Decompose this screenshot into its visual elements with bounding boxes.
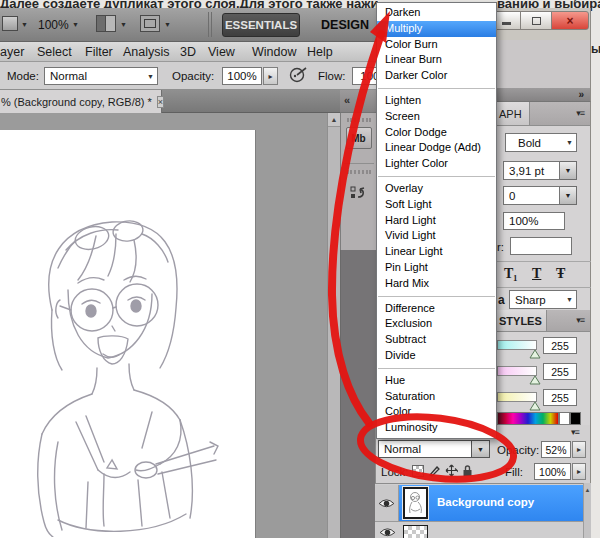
blue-value-input[interactable]: 255 (543, 389, 577, 406)
menu-item-exclusion[interactable]: Exclusion (377, 316, 496, 332)
green-slider-handle[interactable] (529, 375, 541, 385)
menu-item-pin-light[interactable]: Pin Light (377, 260, 496, 276)
strikethrough-button[interactable]: Ŧ (556, 266, 565, 282)
menu-item-overlay[interactable]: Overlay (377, 181, 496, 197)
screen-mode-arrow-icon[interactable]: ▼ (164, 21, 171, 28)
fill-spinner[interactable]: ▸ (572, 463, 586, 480)
dock-collapse-header[interactable]: « (340, 90, 376, 113)
tracking-input[interactable]: 0 (503, 186, 560, 205)
screen-mode-icon[interactable] (140, 15, 160, 32)
tracking-arrow-icon[interactable]: ▼ (560, 186, 577, 205)
menu-help[interactable]: Help (307, 45, 333, 59)
red-value-input[interactable]: 255 (543, 337, 577, 354)
green-value-input[interactable]: 255 (543, 363, 577, 380)
anti-alias-label: a (498, 293, 505, 307)
layers-panel-menu-icon[interactable]: ▾≡ (571, 427, 579, 437)
layers-opacity-spinner[interactable]: ▸ (572, 441, 586, 458)
panel-menu-icon[interactable]: ▾≡ (576, 315, 584, 325)
font-style-select[interactable]: Bold ▼ (505, 133, 577, 152)
layer-blend-mode-arrow-icon[interactable]: ▼ (472, 440, 490, 458)
menu-item-hard-light[interactable]: Hard Light (377, 213, 496, 229)
menu-window[interactable]: Window (252, 45, 296, 59)
airbrush-icon[interactable] (287, 64, 309, 86)
arrange-documents-arrow-icon[interactable]: ▼ (120, 21, 127, 28)
menu-item-difference[interactable]: Difference (377, 301, 496, 317)
menu-view[interactable]: View (208, 45, 235, 59)
underline-button[interactable]: T (532, 266, 541, 282)
menu-item-linear-dodge[interactable]: Linear Dodge (Add) (377, 140, 496, 156)
zoom-level-value[interactable]: 100% (38, 18, 69, 32)
panel-menu-icon[interactable]: ▾≡ (576, 108, 584, 118)
clone-source-panel-icon[interactable] (346, 180, 372, 206)
menu-analysis[interactable]: Analysis (123, 45, 170, 59)
arrange-documents-icon[interactable] (96, 15, 116, 32)
document-tab-close-icon[interactable]: × (157, 96, 164, 108)
vertical-scale-input[interactable]: 100% (503, 212, 565, 230)
fill-input[interactable]: 100% (534, 463, 571, 480)
view-extras-icon[interactable] (2, 16, 18, 31)
workspace-essentials-button[interactable]: ESSENTIALS (222, 13, 300, 37)
red-slider-handle[interactable] (529, 349, 541, 359)
color-spectrum-ramp[interactable] (497, 412, 559, 425)
menu-item-luminosity[interactable]: Luminosity (377, 420, 496, 436)
mini-bridge-panel-icon[interactable]: Mb (346, 127, 372, 149)
menu-item-linear-burn[interactable]: Linear Burn (377, 52, 496, 68)
opacity-input[interactable]: 100% (222, 67, 262, 85)
layers-opacity-input[interactable]: 52% (541, 441, 571, 458)
layer2-thumbnail[interactable] (403, 525, 428, 538)
font-size-input[interactable]: 3,91 pt (503, 161, 560, 180)
menu-item-saturation[interactable]: Saturation (377, 389, 496, 405)
scroll-up-icon[interactable]: ▲ (328, 113, 340, 127)
blue-slider-handle[interactable] (529, 401, 541, 411)
font-size-arrow-icon[interactable]: ▼ (560, 161, 577, 180)
superscript-button[interactable]: T₁ (504, 266, 518, 282)
menu-item-darken[interactable]: Darken (377, 5, 496, 21)
menu-item-hue[interactable]: Hue (377, 373, 496, 389)
opacity-spinner[interactable]: ▸ (263, 67, 278, 85)
menu-item-subtract[interactable]: Subtract (377, 332, 496, 348)
mode-select[interactable]: Normal ▼ (44, 67, 158, 85)
menu-select[interactable]: Select (37, 45, 72, 59)
canvas[interactable] (0, 130, 256, 538)
layer-visibility-cell[interactable] (375, 485, 399, 521)
layer-name[interactable]: Background copy (437, 496, 534, 508)
lock-pixels-icon[interactable] (428, 464, 441, 477)
layers-scrollbar[interactable]: ▲ (583, 483, 591, 538)
menu-item-divide[interactable]: Divide (377, 348, 496, 364)
menu-item-hard-mix[interactable]: Hard Mix (377, 276, 496, 292)
menu-item-multiply-selected[interactable]: Multiply (377, 21, 496, 37)
text-color-swatch[interactable] (510, 237, 572, 255)
menu-item-darker-color[interactable]: Darker Color (377, 68, 496, 84)
zoom-level-arrow-icon[interactable]: ▼ (72, 21, 79, 28)
menu-filter[interactable]: Filter (85, 45, 113, 59)
menu-item-lighten[interactable]: Lighten (377, 93, 496, 109)
menu-item-lighter-color[interactable]: Lighter Color (377, 156, 496, 172)
panel-dock-header[interactable]: » (497, 88, 591, 102)
tab-styles[interactable]: STYLES (497, 310, 547, 331)
layer-thumbnail[interactable] (403, 487, 428, 519)
menu-item-linear-light[interactable]: Linear Light (377, 244, 496, 260)
layer2-visibility-cell[interactable] (375, 522, 399, 538)
lock-transparency-icon[interactable] (411, 464, 424, 477)
menu-item-color[interactable]: Color (377, 404, 496, 420)
menu-item-screen[interactable]: Screen (377, 109, 496, 125)
menu-item-soft-light[interactable]: Soft Light (377, 197, 496, 213)
tab-paragraph[interactable]: APH (497, 102, 530, 125)
menu-layer[interactable]: ayer (0, 45, 24, 59)
close-button[interactable]: × (551, 11, 589, 30)
menu-item-color-dodge[interactable]: Color Dodge (377, 125, 496, 141)
lock-position-icon[interactable] (445, 464, 458, 477)
document-tab[interactable]: % (Background copy, RGB/8) * × (0, 90, 162, 113)
spectrum-white-swatch[interactable] (559, 412, 570, 425)
maximize-button[interactable] (520, 11, 552, 30)
menu-item-vivid-light[interactable]: Vivid Light (377, 228, 496, 244)
canvas-vertical-scrollbar[interactable]: ▲ (327, 113, 340, 538)
spectrum-black-swatch[interactable] (570, 412, 581, 425)
layer-blend-mode-select[interactable]: Normal (378, 440, 472, 458)
lock-all-icon[interactable] (461, 464, 474, 477)
menu-item-color-burn[interactable]: Color Burn (377, 37, 496, 53)
menu-3d[interactable]: 3D (180, 45, 196, 59)
workspace-design-button[interactable]: DESIGN (310, 13, 380, 37)
view-extras-arrow-icon[interactable]: ▼ (21, 21, 28, 28)
anti-alias-select[interactable]: Sharp ▼ (509, 290, 577, 309)
